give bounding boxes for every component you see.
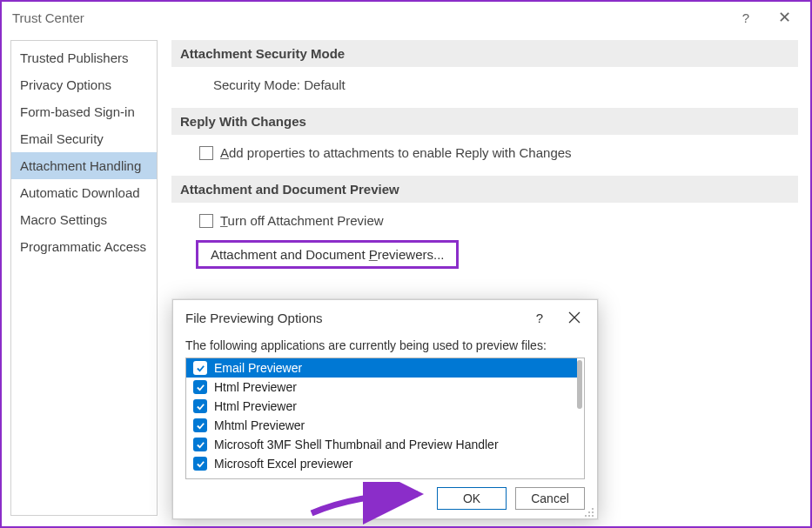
titlebar: Trust Center ? ✕: [2, 2, 810, 33]
list-item-label: Mhtml Previewer: [214, 418, 305, 432]
close-button[interactable]: ✕: [765, 4, 803, 30]
list-item[interactable]: Email Previewer: [186, 358, 577, 378]
sidebar-item-privacy-options[interactable]: Privacy Options: [11, 71, 157, 98]
list-item-label: Email Previewer: [214, 361, 302, 375]
svg-point-4: [588, 515, 590, 517]
dialog-title: File Previewing Options: [185, 311, 522, 325]
checkmark-icon: [193, 380, 207, 394]
checkbox-add-properties-label: Add properties to attachments to enable …: [220, 145, 572, 160]
svg-point-1: [588, 511, 590, 513]
checkbox-turn-off-preview-label: Turn off Attachment Preview: [220, 213, 384, 228]
sidebar-item-attachment-handling[interactable]: Attachment Handling: [11, 152, 157, 179]
list-item[interactable]: Microsoft 3MF Shell Thumbnail and Previe…: [186, 435, 577, 454]
section-header-attachment-preview: Attachment and Document Preview: [171, 176, 798, 203]
svg-point-2: [592, 511, 594, 513]
dialog-close-button[interactable]: [557, 304, 592, 331]
list-item[interactable]: Html Previewer: [186, 378, 577, 397]
checkmark-icon: [193, 438, 207, 451]
svg-point-0: [592, 508, 594, 510]
list-item-label: Html Previewer: [214, 380, 297, 394]
sidebar: Trusted Publishers Privacy Options Form-…: [10, 40, 158, 516]
sidebar-item-programmatic-access[interactable]: Programmatic Access: [11, 233, 157, 260]
checkmark-icon: [193, 361, 207, 375]
svg-point-3: [585, 515, 587, 517]
dialog-caption: The following applications are currently…: [185, 338, 585, 352]
list-item[interactable]: Mhtml Previewer: [186, 416, 577, 435]
help-button[interactable]: ?: [727, 4, 765, 30]
list-item-label: Microsoft Excel previewer: [214, 457, 353, 471]
ok-button[interactable]: OK: [437, 487, 507, 510]
dialog-titlebar: File Previewing Options ?: [173, 300, 597, 335]
sidebar-item-automatic-download[interactable]: Automatic Download: [11, 179, 157, 206]
checkmark-icon: [193, 418, 207, 432]
checkbox-box-icon: [199, 146, 213, 160]
scrollbar-thumb[interactable]: [577, 360, 582, 409]
previewer-list[interactable]: Email Previewer Html Previewer Html Prev…: [185, 358, 585, 479]
sidebar-item-trusted-publishers[interactable]: Trusted Publishers: [11, 44, 157, 71]
sidebar-item-form-signin[interactable]: Form-based Sign-in: [11, 98, 157, 125]
section-header-reply-changes: Reply With Changes: [171, 108, 798, 135]
checkmark-icon: [193, 457, 207, 471]
sidebar-item-macro-settings[interactable]: Macro Settings: [11, 206, 157, 233]
checkbox-turn-off-preview[interactable]: Turn off Attachment Preview: [199, 213, 798, 228]
checkbox-box-icon: [199, 214, 213, 228]
dialog-help-button[interactable]: ?: [522, 304, 557, 331]
list-item-label: Html Previewer: [214, 399, 297, 413]
list-item[interactable]: Microsoft Excel previewer: [186, 454, 577, 473]
list-item-label: Microsoft 3MF Shell Thumbnail and Previe…: [214, 438, 499, 451]
attachment-previewers-button[interactable]: Attachment and Document Previewers...: [196, 240, 459, 269]
sidebar-item-email-security[interactable]: Email Security: [11, 125, 157, 152]
section-header-security-mode: Attachment Security Mode: [171, 40, 798, 67]
file-previewing-options-dialog: File Previewing Options ? The following …: [172, 299, 598, 519]
resize-grip-icon[interactable]: [584, 505, 594, 516]
window-title: Trust Center: [12, 10, 727, 25]
svg-point-5: [592, 515, 594, 517]
checkmark-icon: [193, 399, 207, 413]
list-item[interactable]: Html Previewer: [186, 397, 577, 416]
checkbox-add-properties[interactable]: Add properties to attachments to enable …: [199, 145, 798, 160]
security-mode-value: Security Mode: Default: [171, 77, 798, 108]
cancel-button[interactable]: Cancel: [515, 487, 585, 510]
